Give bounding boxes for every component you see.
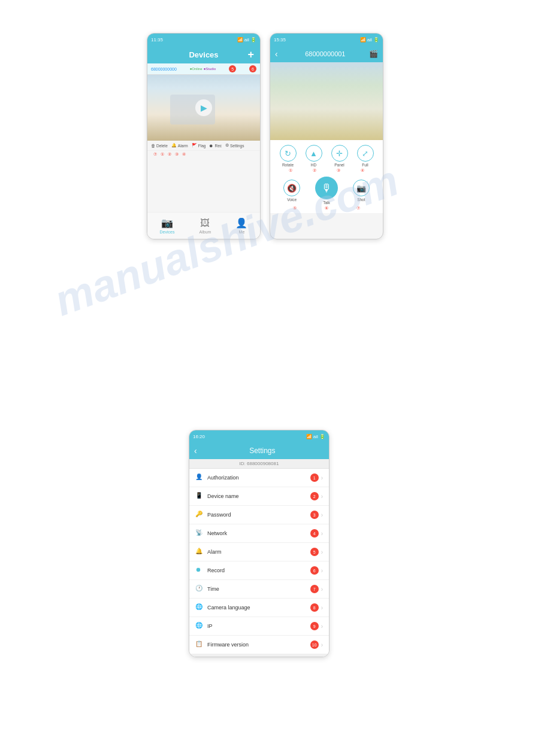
settings-item-authorization[interactable]: 👤 Authorization 1 › — [189, 469, 329, 487]
device-id-left: 68000000000 — [151, 67, 177, 71]
back-button-right[interactable]: ‹ — [275, 49, 278, 59]
record-arrow: › — [321, 567, 323, 574]
camera-language-icon: 🌐 — [195, 603, 204, 612]
rec-action[interactable]: ⏺ Rec — [209, 144, 222, 148]
label-4: ④ — [182, 152, 186, 157]
ip-arrow: › — [321, 623, 323, 630]
firmware-label: Firmware version — [207, 642, 310, 648]
rec-icon: ⏺ — [209, 144, 213, 148]
back-button-settings[interactable]: ‹ — [194, 446, 197, 456]
num-3: ③ — [328, 168, 349, 173]
delete-icon: 🗑 — [151, 144, 155, 148]
num-badge-5: 5 — [229, 65, 236, 72]
settings-header: ‹ Settings — [189, 442, 329, 459]
alarm-icon: 🔔 — [171, 143, 177, 148]
network-num: 4 — [310, 529, 319, 538]
num-badge-6: 6 — [249, 65, 256, 72]
album-nav-icon: 🖼 — [200, 218, 210, 229]
flag-icon: 🚩 — [192, 143, 197, 148]
bottom-nav-left: 📷 Devices 🖼 Album 👤 Me — [147, 212, 260, 239]
controls-row2: 🔇 Voice 🎙 Talk 📷 Shot — [270, 175, 383, 206]
phone-settings: 16:20 📶 ail 🔋 ‹ Settings ID: 68800090808… — [189, 430, 330, 657]
settings-item-ip[interactable]: 🌐 IP 9 › — [189, 617, 329, 636]
alarm-action[interactable]: 🔔 Alarm — [171, 143, 188, 148]
play-button[interactable]: ▶ — [195, 99, 212, 116]
time-arrow: › — [321, 586, 323, 593]
camera-id: 68000000001 — [282, 50, 369, 57]
settings-label-left: Settings — [230, 144, 244, 148]
ctrl-rotate[interactable]: ↻ Rotate — [277, 145, 298, 167]
ctrl-panel[interactable]: ✛ Panel — [329, 145, 350, 167]
authorization-arrow: › — [321, 475, 323, 481]
device-name-icon: 📱 — [195, 492, 204, 500]
camera-header-icon: 🎬 — [369, 50, 378, 58]
rotate-icon: ↻ — [280, 145, 297, 162]
password-label: Password — [207, 512, 310, 518]
time-right: 15:35 — [274, 37, 286, 42]
voice-icon: 🔇 — [283, 180, 300, 196]
camera-preview-right — [270, 62, 383, 140]
password-icon: 🔑 — [195, 511, 204, 519]
ctrl-full[interactable]: ⤢ Full — [355, 145, 376, 167]
full-label: Full — [362, 163, 368, 167]
record-icon: ⏺ — [195, 566, 204, 575]
online-badge: ●Online — [190, 67, 202, 71]
controls-numbers-row2: ⑤ ⑥ ⑦ — [270, 206, 383, 211]
nav-me-label: Me — [239, 230, 245, 234]
ip-icon: 🌐 — [195, 622, 204, 630]
status-badges: ●Online ●Studio — [190, 67, 216, 71]
nav-album-label: Album — [200, 230, 211, 234]
camera-preview-inner: ▶ — [147, 75, 260, 141]
record-num: 6 — [310, 566, 319, 575]
alarm-setting-label: Alarm — [207, 549, 310, 555]
status-bar-right: 15:35 📶 ail 🔋 — [270, 34, 383, 45]
talk-label: Talk — [323, 201, 330, 205]
record-label: Record — [207, 567, 310, 573]
label-3: ③ — [175, 152, 179, 157]
settings-title: Settings — [201, 447, 324, 455]
flag-action[interactable]: 🚩 Flag — [192, 143, 206, 148]
nav-devices[interactable]: 📷 Devices — [160, 217, 175, 234]
ctrl-talk[interactable]: 🎙 Talk — [315, 177, 338, 205]
controls-numbers-row1: ① ② ③ ④ — [270, 168, 383, 173]
device-name-label: Device name — [207, 493, 310, 499]
ctrl-voice[interactable]: 🔇 Voice — [282, 180, 303, 202]
devices-nav-icon: 📷 — [161, 217, 173, 229]
alarm-setting-arrow: › — [321, 549, 323, 555]
ip-num: 9 — [310, 622, 319, 630]
settings-item-time[interactable]: 🕐 Time 7 › — [189, 580, 329, 599]
settings-action[interactable]: ⚙ Settings — [225, 143, 244, 148]
time-settings: 16:20 — [193, 434, 205, 439]
signal-right: 📶 ail 🔋 — [360, 37, 379, 42]
delete-action[interactable]: 🗑 Delete — [151, 144, 168, 148]
settings-item-password[interactable]: 🔑 Password 3 › — [189, 506, 329, 524]
device-name-arrow: › — [321, 493, 323, 500]
ctrl-shot[interactable]: 📷 Shot — [350, 180, 371, 202]
settings-item-device-name[interactable]: 📱 Device name 2 › — [189, 487, 329, 506]
settings-item-network[interactable]: 📡 Network 4 › — [189, 524, 329, 543]
settings-item-firmware[interactable]: 📋 Firmware version 10 › — [189, 636, 329, 654]
status-bar-settings: 16:20 📶 ail 🔋 — [189, 430, 329, 442]
action-bar: 🗑 Delete 🔔 Alarm 🚩 Flag ⏺ Rec ⚙ Settings — [147, 141, 260, 151]
phone-left-devices: 11:35 📶 ail 🔋 Devices + 68000000000 ●Onl… — [147, 33, 261, 239]
ctrl-hd[interactable]: ▲ HD — [303, 145, 324, 167]
add-device-button[interactable]: + — [247, 48, 254, 61]
hd-label: HD — [311, 163, 316, 167]
camera-preview-left[interactable]: ▶ — [147, 75, 260, 141]
device-row[interactable]: 68000000000 ●Online ●Studio 5 6 — [147, 63, 260, 75]
settings-item-record[interactable]: ⏺ Record 6 › — [189, 561, 329, 580]
nav-album[interactable]: 🖼 Album — [200, 218, 211, 234]
me-nav-icon: 👤 — [235, 217, 247, 229]
password-arrow: › — [321, 512, 323, 518]
settings-item-alarm[interactable]: 🔔 Alarm 5 › — [189, 543, 329, 561]
rec-label: Rec — [214, 144, 222, 148]
num-5: ⑤ — [284, 206, 305, 211]
settings-device-id: ID: 688000908081 — [189, 459, 329, 469]
ip-label: IP — [207, 623, 310, 629]
nav-me[interactable]: 👤 Me — [235, 217, 247, 234]
num-1: ① — [280, 168, 301, 173]
settings-item-camera-language[interactable]: 🌐 Camera language 8 › — [189, 599, 329, 617]
time-num: 7 — [310, 585, 319, 593]
alarm-setting-icon: 🔔 — [195, 548, 204, 556]
network-label: Network — [207, 530, 310, 536]
